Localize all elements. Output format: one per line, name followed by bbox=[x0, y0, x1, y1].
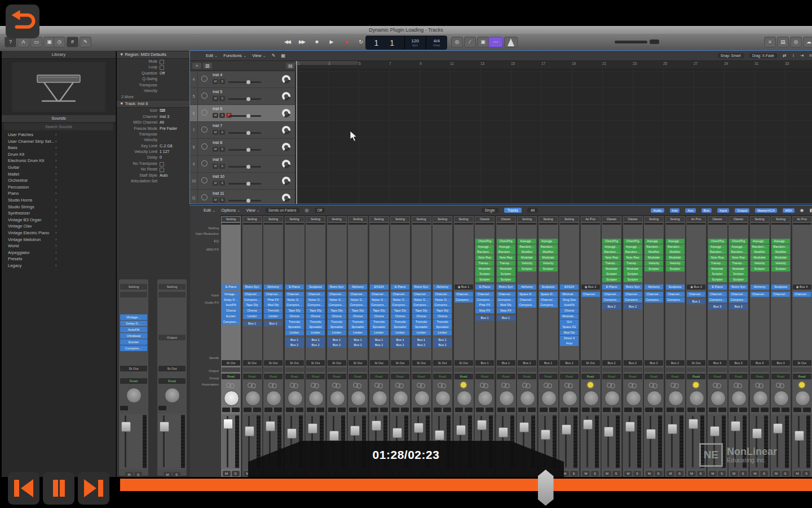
midi-fx-slot[interactable]: Note Rep bbox=[624, 255, 642, 260]
group-slot[interactable] bbox=[708, 367, 727, 372]
output-slot[interactable]: St Out bbox=[793, 360, 811, 366]
inspector-row[interactable]: QuantizeOff bbox=[117, 71, 190, 76]
automation-mode-button[interactable]: Read bbox=[348, 374, 367, 379]
audio-fx-slot[interactable]: Mod Dly bbox=[560, 330, 579, 335]
send-slot[interactable]: Bus 1 bbox=[306, 338, 325, 343]
mute-button[interactable]: M bbox=[751, 471, 759, 476]
channel-setting-button[interactable]: Setting bbox=[645, 217, 663, 222]
mixer-channel-strip[interactable]: SettingArpeggi…Random…ModifierModulatrVe… bbox=[665, 216, 685, 477]
inspector-row[interactable]: ChannelInst 3 bbox=[117, 114, 190, 120]
send-slot[interactable]: Bus 2 bbox=[624, 304, 642, 309]
audio-fx-slot[interactable]: Amp bbox=[560, 341, 579, 346]
automation-mode-button[interactable]: Read bbox=[624, 374, 642, 379]
format-button[interactable] bbox=[522, 383, 527, 388]
record-button[interactable]: ● bbox=[339, 36, 352, 47]
audio-fx-slot[interactable]: Tremolo bbox=[285, 319, 304, 325]
mute-button[interactable]: M bbox=[213, 113, 218, 118]
audio-fx-slot[interactable]: Limiter bbox=[306, 330, 325, 335]
midi-fx-slot[interactable]: Note Rep bbox=[708, 255, 727, 260]
midi-fx-slot[interactable]: Scripter bbox=[497, 271, 515, 277]
format-button[interactable] bbox=[776, 383, 781, 388]
audio-fx-slot[interactable]: Chorus bbox=[433, 314, 452, 319]
group-slot[interactable] bbox=[222, 367, 240, 372]
send-slot[interactable]: Bus 1 bbox=[433, 338, 452, 343]
audio-fx-slot[interactable]: Compres… bbox=[285, 303, 304, 308]
audio-fx-slot[interactable]: Channel… bbox=[771, 292, 790, 297]
input-slot[interactable]: Sculpture bbox=[306, 284, 325, 290]
midi-fx-slot[interactable]: Velocity bbox=[751, 261, 769, 266]
audio-fx-slot[interactable]: Channel… bbox=[729, 292, 748, 297]
mute-button[interactable]: M bbox=[582, 471, 590, 476]
window-view-button[interactable]: ≡ bbox=[764, 37, 776, 47]
mode-pill-button[interactable]: Drag: X-Fade bbox=[749, 53, 777, 58]
group-slot[interactable] bbox=[328, 367, 346, 372]
parameter-checkbox[interactable] bbox=[160, 168, 164, 172]
format-button[interactable] bbox=[480, 383, 485, 388]
input-slot[interactable]: E-Piano bbox=[602, 284, 621, 290]
mixer-corner-icon[interactable]: ◉ bbox=[800, 208, 804, 213]
toolbar-icon-button[interactable]: ◷ bbox=[54, 37, 65, 47]
midi-fx-slot[interactable]: Random… bbox=[602, 249, 621, 255]
midi-fx-slot[interactable]: Note Rep bbox=[475, 255, 494, 260]
channel-setting-button[interactable]: Setting bbox=[751, 217, 769, 222]
audio-fx-slot[interactable]: Chorus bbox=[306, 314, 325, 319]
solo-button[interactable]: S bbox=[219, 198, 225, 203]
inspector-row[interactable]: Transpose bbox=[117, 132, 190, 137]
back-button[interactable] bbox=[6, 5, 39, 38]
mute-button[interactable]: M bbox=[603, 471, 611, 476]
channel-setting-button[interactable]: Setting bbox=[306, 217, 325, 222]
tracks-view-icon[interactable]: ⇥ bbox=[800, 53, 804, 58]
audio-fx-slot[interactable]: Spreader bbox=[348, 325, 367, 330]
menu-item[interactable]: View bbox=[252, 53, 266, 58]
audio-fx-slot[interactable]: Compres… bbox=[666, 297, 685, 303]
input-slot[interactable]: ◉ Bus 4 bbox=[793, 284, 811, 290]
send-slot[interactable]: Bus 2 bbox=[412, 343, 431, 348]
audio-fx-slot[interactable]: Channel… bbox=[602, 292, 621, 297]
input-slot[interactable]: E-Piano bbox=[391, 284, 409, 290]
mixer-channel-strip[interactable]: SettingRetro SynChannel…Compres…Tape Dly… bbox=[242, 216, 262, 477]
output-slot[interactable]: Bus 3 bbox=[708, 360, 727, 366]
format-button[interactable] bbox=[353, 383, 358, 388]
parameter-value[interactable]: C-2 G8 bbox=[160, 143, 173, 149]
mute-button[interactable]: M bbox=[213, 198, 218, 203]
parameter-value[interactable]: 0 bbox=[160, 155, 162, 160]
inspector-row[interactable]: Velocity Limit1 127 bbox=[117, 149, 190, 155]
midi-fx-slot[interactable]: Arpeggi… bbox=[602, 244, 621, 249]
library-item[interactable]: User Patches› bbox=[2, 132, 116, 138]
group-slot[interactable] bbox=[391, 367, 409, 372]
forward-button[interactable]: ▶▶ bbox=[295, 36, 308, 47]
library-item[interactable]: Orchestral› bbox=[2, 177, 116, 184]
audio-fx-slot[interactable]: Vintage… bbox=[222, 292, 240, 297]
midi-fx-slot[interactable]: Arpeggi… bbox=[518, 239, 536, 244]
menu-item[interactable]: Options bbox=[221, 208, 240, 213]
audio-fx-slot[interactable]: Compres… bbox=[497, 297, 515, 303]
audio-fx-slot[interactable]: Channel… bbox=[370, 292, 389, 297]
input-slot[interactable]: Alchemy bbox=[264, 284, 283, 290]
parameter-checkbox[interactable] bbox=[160, 162, 164, 167]
mixer-channel-strip[interactable]: Ac Pno◉ Bus 4Channel…St OutReadMS bbox=[792, 216, 812, 477]
pan-knob[interactable] bbox=[689, 391, 704, 406]
audio-fx-slot[interactable]: Channel… bbox=[518, 297, 536, 303]
inspector-row[interactable]: Key LimitC-2 G8 bbox=[117, 143, 190, 149]
pan-knob[interactable] bbox=[165, 388, 180, 403]
solo-button[interactable]: S bbox=[633, 471, 641, 476]
audio-fx-slot[interactable]: Spreader bbox=[433, 325, 452, 330]
parameter-value[interactable]: ⌨ bbox=[160, 108, 165, 113]
track-volume-slider[interactable] bbox=[228, 166, 261, 168]
menu-item[interactable]: Edit bbox=[204, 208, 215, 213]
channel-setting-button[interactable]: Classic bbox=[708, 217, 727, 222]
midi-fx-slot[interactable]: Scripter bbox=[771, 266, 790, 271]
slider-handle[interactable] bbox=[246, 182, 250, 186]
midi-fx-slot[interactable]: Random… bbox=[751, 244, 769, 249]
midi-fx-slot[interactable]: Modulatr bbox=[539, 255, 558, 260]
output-slot[interactable]: St Out bbox=[264, 360, 283, 366]
mute-button[interactable]: M bbox=[223, 471, 231, 476]
audio-fx-slot[interactable]: Exciter bbox=[222, 314, 240, 319]
mute-button[interactable]: M bbox=[688, 471, 696, 476]
format-button[interactable] bbox=[417, 383, 422, 388]
pan-knob[interactable] bbox=[710, 391, 726, 406]
automation-mode-button[interactable]: Read bbox=[158, 378, 186, 384]
format-button[interactable] bbox=[649, 383, 654, 388]
audio-fx-slot[interactable]: Channel… bbox=[475, 292, 494, 297]
mixer-channel-strip[interactable]: Ac Pno◉ Bus 2Channel…St OutReadMS bbox=[581, 216, 601, 477]
